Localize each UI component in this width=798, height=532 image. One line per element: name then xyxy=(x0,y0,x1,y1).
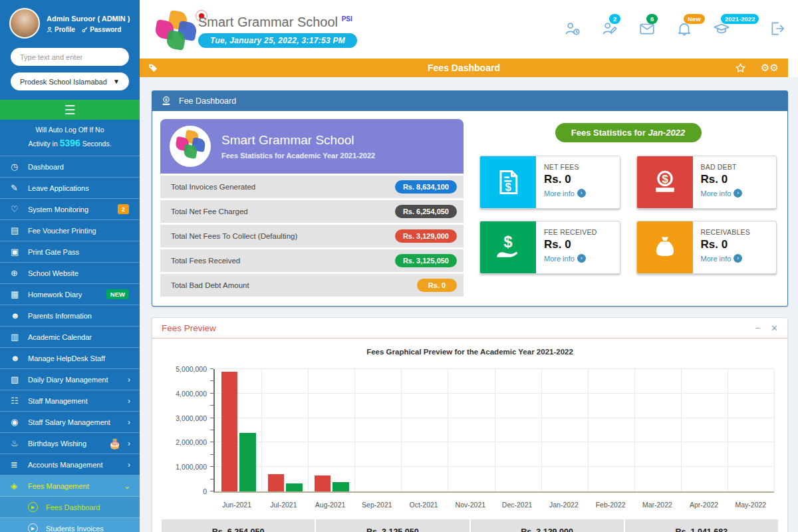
chart-title: Fees Graphical Preview for the Academic … xyxy=(152,348,787,356)
sidebar-item-leave-applications[interactable]: ✎Leave Applications xyxy=(0,178,140,199)
password-label: Password xyxy=(90,26,121,33)
svg-text:$: $ xyxy=(503,233,512,251)
note-icon: ▧ xyxy=(11,374,28,384)
chart-plot-area: 01,000,0002,000,0003,000,0004,000,0005,0… xyxy=(213,369,774,493)
gatepass-icon: ▣ xyxy=(11,247,28,257)
chevron-right-icon: › xyxy=(128,396,133,406)
stat-value-pill: Rs. 0 xyxy=(417,279,457,292)
svg-text:$: $ xyxy=(662,173,668,185)
more-info-link[interactable]: More info› xyxy=(701,189,743,198)
sidebar-item-birthdays-wishing[interactable]: ♨Birthdays Wishing🎂› xyxy=(0,433,140,454)
session-icon[interactable]: 2021-2022 xyxy=(713,20,730,37)
summary-cell: Rs. 3,125,050 TOTAL RECEIVED xyxy=(315,519,469,532)
user-clock-icon[interactable] xyxy=(564,20,581,37)
stat-value-pill: Rs. 6,254,050 xyxy=(395,205,457,218)
more-info-link[interactable]: More info› xyxy=(701,254,750,263)
sidebar-item-label: Staff Salary Management xyxy=(28,418,128,426)
star-icon[interactable] xyxy=(735,63,746,74)
chevron-right-icon: › xyxy=(128,375,133,384)
settings-gears-icon[interactable]: ⚙⚙ xyxy=(761,62,779,74)
sidebar-menu: ◷Dashboard✎Leave Applications♡System Mon… xyxy=(0,156,140,532)
x-axis-label: Jun-2021 xyxy=(213,501,260,509)
search-input[interactable] xyxy=(11,48,129,66)
summary-value: Rs. 6,254,050 xyxy=(164,527,312,532)
sidebar-item-label: Academic Calendar xyxy=(28,333,133,341)
info-card-value: Rs. 0 xyxy=(701,173,743,186)
sidebar-item-staff-salary-management[interactable]: ◉Staff Salary Management› xyxy=(0,412,140,433)
sidebar-item-label: Daily Diary Management xyxy=(28,376,128,384)
sidebar-subitem-students-invoices[interactable]: ▶ Students Invoices xyxy=(0,518,140,532)
mail-icon[interactable]: 6 xyxy=(638,20,656,37)
sidebar-item-manage-helpdesk-staff[interactable]: ☻Manage HelpDesk Staff xyxy=(0,348,140,369)
sidebar-item-label: Fee Voucher Printing xyxy=(28,227,133,235)
logoff-seconds: 5396 xyxy=(60,138,80,148)
stats-card-school-name: Smart Grammar School xyxy=(221,133,375,148)
sidebar-item-label: Fees Management xyxy=(28,482,124,490)
x-axis-label: Nov-2021 xyxy=(447,501,493,509)
datetime-pill: Tue, January 25, 2022, 3:17:53 PM xyxy=(198,33,357,48)
logout-icon[interactable] xyxy=(769,20,786,37)
sidebar-subitem-label: Students Invoices xyxy=(46,525,133,532)
summary-value: Rs. 1,041,683 xyxy=(628,527,775,532)
sidebar-item-fee-voucher-printing[interactable]: ▤Fee Voucher Printing xyxy=(0,220,140,241)
sidebar-item-system-monitoring[interactable]: ♡System Monitoring2 xyxy=(0,199,140,220)
close-icon[interactable]: ✕ xyxy=(771,323,778,333)
page-titlebar: Fees Dashboard ⚙⚙ xyxy=(140,59,788,77)
x-axis-label: Dec-2021 xyxy=(494,501,541,509)
leave-icon: ✎ xyxy=(11,183,28,193)
sidebar-item-daily-diary-management[interactable]: ▧Daily Diary Management› xyxy=(0,369,140,390)
stat-row: Total Bad Debt Amount Rs. 0 xyxy=(160,274,464,297)
fee-dashboard-panel: $ Fee Dashboard Smart Grammar School Fee… xyxy=(152,90,788,307)
sidebar-item-fees-management[interactable]: ◈Fees Management⌄ xyxy=(0,475,140,497)
tag-icon xyxy=(148,63,158,73)
sidebar-item-dashboard[interactable]: ◷Dashboard xyxy=(0,156,140,178)
school-select[interactable]: Prodesk School Islamabad ▼ xyxy=(11,72,129,90)
cake-icon: ♨ xyxy=(11,438,28,448)
minimize-icon[interactable]: − xyxy=(755,323,761,333)
sidebar-item-staff-management[interactable]: ☷Staff Management› xyxy=(0,390,140,412)
person-icon: ☻ xyxy=(11,311,28,321)
sidebar-item-label: Homework Diary xyxy=(28,291,106,299)
birthday-cake-emoji: 🎂 xyxy=(108,438,121,450)
svg-text:$: $ xyxy=(505,181,511,193)
info-card-bad-debt: $ BAD DEBT Rs. 0 More info› xyxy=(636,156,777,209)
money-bag-icon xyxy=(637,221,693,273)
stat-label: Total Fees Received xyxy=(171,257,240,265)
month-stats-banner: Fees Statistics for Jan-2022 xyxy=(555,123,702,142)
stat-value-pill: Rs. 3,125,050 xyxy=(395,254,457,267)
sidebar-item-label: Manage HelpDesk Staff xyxy=(28,354,133,362)
stats-rows: Total Invoices Generated Rs. 8,634,100To… xyxy=(160,176,464,297)
sidebar-item-homework-diary[interactable]: ▦Homework DiaryNEW xyxy=(0,284,140,305)
sidebar-item-label: Parents Information xyxy=(28,312,133,320)
stat-label: Total Net Fee Charged xyxy=(171,207,248,215)
more-info-link[interactable]: More info› xyxy=(544,254,597,263)
mail-badge: 6 xyxy=(646,14,658,24)
avatar[interactable] xyxy=(9,8,40,39)
sidebar-item-academic-calendar[interactable]: ▥Academic Calendar xyxy=(0,327,140,348)
x-axis-label: Feb-2022 xyxy=(587,501,634,509)
profile-link[interactable]: Profile xyxy=(47,26,75,33)
sidebar-toggle-button[interactable]: ☰ xyxy=(0,100,140,120)
stat-row: Total Net Fees To Collect (Defaulting) R… xyxy=(160,225,464,247)
school-title: Smart Grammar School PSI xyxy=(198,15,352,30)
more-info-link[interactable]: More info› xyxy=(544,189,586,198)
sidebar-item-accounts-management[interactable]: ≣Accounts Management› xyxy=(0,454,140,475)
fees-icon: ◈ xyxy=(11,481,28,491)
x-axis-label: Apr-2022 xyxy=(681,501,728,509)
stat-label: Total Invoices Generated xyxy=(171,183,255,191)
bell-icon[interactable]: New xyxy=(676,20,693,37)
sidebar-item-print-gate-pass[interactable]: ▣Print Gate Pass xyxy=(0,241,140,263)
voucher-icon: ▤ xyxy=(11,225,28,235)
password-link[interactable]: Password xyxy=(82,26,121,33)
y-axis-label: 1,000,000 xyxy=(163,463,207,471)
sidebar-item-school-website[interactable]: ⊕School Website xyxy=(0,263,140,284)
page-title: Fees Dashboard xyxy=(140,63,788,73)
deposit-icon: $ xyxy=(160,95,172,107)
month-stats-column: Fees Statistics for Jan-2022 $ NET FEES … xyxy=(477,119,779,297)
user-edit-icon[interactable]: 2 xyxy=(601,20,618,37)
stat-row: Total Invoices Generated Rs. 8,634,100 xyxy=(160,176,464,198)
summary-row: Rs. 6,254,050 TOTAL FEESRs. 3,125,050 TO… xyxy=(162,519,778,532)
sidebar-subitem-fees-dashboard[interactable]: ▶ Fees Dashboard xyxy=(0,497,140,518)
sidebar-item-parents-information[interactable]: ☻Parents Information xyxy=(0,305,140,327)
globe-icon: ⊕ xyxy=(11,268,28,278)
